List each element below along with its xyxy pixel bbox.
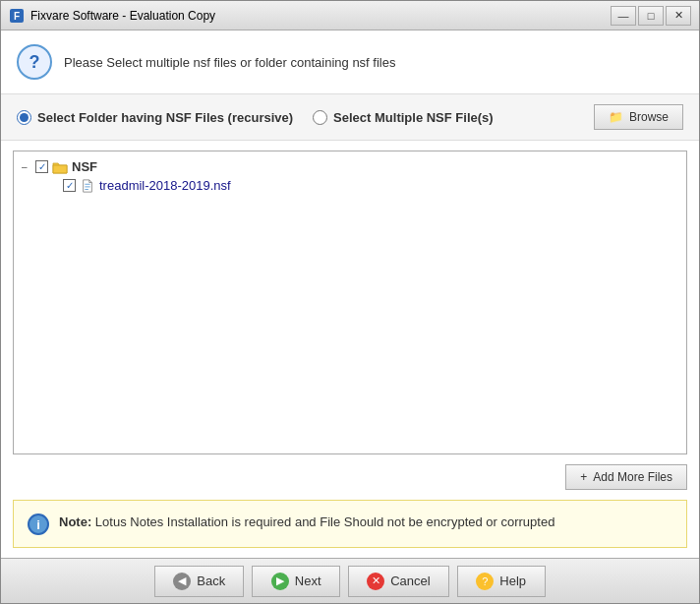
tree-root-label: NSF — [72, 159, 97, 174]
header-message: Please Select multiple nsf files or fold… — [64, 55, 395, 70]
tree-child-label: treadmil-2018-2019.nsf — [99, 178, 231, 193]
titlebar-title: Fixvare Software - Evaluation Copy — [30, 9, 611, 23]
radio-section: Select Folder having NSF Files (recursiv… — [1, 94, 699, 141]
file-tree[interactable]: – NSF treadmil-2018-2019.nsf — [13, 151, 687, 454]
note-text: Note: Lotus Notes Installation is requir… — [59, 513, 554, 532]
tree-child-checkbox[interactable] — [63, 179, 76, 192]
cancel-label: Cancel — [390, 574, 430, 588]
radio-folder-label: Select Folder having NSF Files (recursiv… — [37, 110, 293, 125]
main-window: F Fixvare Software - Evaluation Copy — □… — [0, 0, 700, 604]
minimize-button[interactable]: — — [611, 6, 636, 26]
browse-button[interactable]: 📁 Browse — [594, 104, 683, 130]
titlebar-buttons: — □ ✕ — [611, 6, 691, 26]
app-icon: F — [9, 8, 25, 24]
footer: ◀ Back ▶ Next ✕ Cancel ? Help — [1, 558, 699, 603]
svg-text:F: F — [14, 11, 20, 22]
radio-files-option[interactable]: Select Multiple NSF File(s) — [313, 110, 494, 125]
radio-folder-input[interactable] — [17, 110, 31, 125]
addfiles-section: + Add More Files — [1, 460, 699, 496]
titlebar: F Fixvare Software - Evaluation Copy — □… — [1, 1, 699, 30]
close-button[interactable]: ✕ — [666, 6, 691, 26]
browse-label: Browse — [629, 110, 669, 124]
note-bold: Note: — [59, 514, 95, 529]
tree-child-item[interactable]: treadmil-2018-2019.nsf — [49, 176, 678, 195]
tree-root-item[interactable]: – NSF — [22, 157, 678, 176]
note-body: Lotus Notes Installation is required and… — [95, 514, 555, 529]
header-section: ? Please Select multiple nsf files or fo… — [1, 30, 699, 94]
add-more-files-button[interactable]: + Add More Files — [565, 464, 687, 490]
note-icon: i — [28, 513, 49, 535]
addfiles-label: Add More Files — [593, 470, 672, 484]
radio-folder-option[interactable]: Select Folder having NSF Files (recursiv… — [17, 110, 293, 125]
help-icon: ? — [476, 573, 494, 590]
maximize-button[interactable]: □ — [638, 6, 664, 26]
back-label: Back — [197, 574, 225, 588]
help-label: Help — [499, 574, 526, 588]
tree-toggle-icon[interactable]: – — [22, 161, 31, 172]
header-icon: ? — [17, 44, 52, 80]
addfiles-icon: + — [580, 470, 587, 484]
browse-icon: 📁 — [609, 110, 623, 124]
cancel-icon: ✕ — [367, 573, 384, 590]
back-button[interactable]: ◀ Back — [154, 566, 244, 597]
next-icon: ▶ — [271, 573, 289, 590]
radio-files-input[interactable] — [313, 110, 327, 125]
file-icon — [80, 179, 95, 193]
radio-files-label: Select Multiple NSF File(s) — [333, 110, 494, 125]
next-button[interactable]: ▶ Next — [252, 566, 340, 597]
help-button[interactable]: ? Help — [457, 566, 546, 597]
note-section: i Note: Lotus Notes Installation is requ… — [13, 500, 687, 548]
back-icon: ◀ — [173, 573, 191, 590]
next-label: Next — [295, 574, 321, 588]
cancel-button[interactable]: ✕ Cancel — [348, 566, 448, 597]
tree-root-checkbox[interactable] — [35, 160, 48, 173]
folder-icon — [52, 160, 68, 174]
